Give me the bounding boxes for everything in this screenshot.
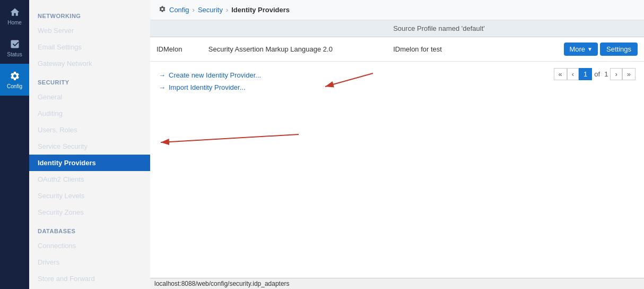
sidebar-item-gateway-network[interactable]: Gateway Network [29,55,150,72]
pagination-prev[interactable]: ‹ [567,68,579,80]
section-networking: NETWORKING [29,5,150,22]
sidebar-item-security-zones[interactable]: Security Zones [29,204,150,220]
sidebar-icon-strip: Home Status Config [0,0,29,289]
arrow-right-icon: → [159,71,166,79]
cell-notes: IDmelon for test [387,37,527,62]
sidebar-item-security-levels[interactable]: Security Levels [29,188,150,204]
sidebar-item-identity-providers[interactable]: Identity Providers [29,155,150,171]
status-url: localhost:8088/web/config/security.idp_a… [154,280,290,287]
sidebar-icon-home[interactable]: Home [0,0,29,32]
chevron-down-icon: ▼ [587,46,593,52]
col-header-desc [202,20,387,37]
col-header-name [150,20,202,37]
content-area: Source Profile named 'default' IDMelon S… [150,20,644,278]
cell-name: IDMelon [150,37,202,62]
sidebar-item-general[interactable]: General [29,89,150,105]
sidebar-nav: NETWORKING Web Server Email Settings Gat… [29,0,150,289]
cell-description: Security Assertion Markup Language 2.0 [202,37,387,62]
pagination-of: of [594,70,600,78]
breadcrumb: Config › Security › Identity Providers [150,0,644,20]
pagination-current: 1 [579,68,592,80]
sidebar-icon-home-label: Home [7,20,22,26]
breadcrumb-sep-2: › [226,6,228,14]
sidebar-icon-config[interactable]: Config [0,64,29,96]
idp-table: Source Profile named 'default' IDMelon S… [150,20,644,62]
status-bar: localhost:8088/web/config/security.idp_a… [150,278,644,289]
import-idp-label: Import Identity Provider... [169,83,246,91]
settings-button[interactable]: Settings [600,42,638,56]
sidebar-item-web-server[interactable]: Web Server [29,22,150,39]
col-header-partial: Source Profile named 'default' [387,20,527,37]
breadcrumb-sep-1: › [193,6,195,14]
idp-table-wrapper: Source Profile named 'default' IDMelon S… [150,20,644,62]
sidebar-item-connections[interactable]: Connections [29,237,150,254]
action-links: → Create new Identity Provider... → Impo… [150,64,269,99]
sidebar-item-store-and-forward[interactable]: Store and Forward [29,270,150,287]
import-idp-link[interactable]: → Import Identity Provider... [159,83,261,91]
gear-icon [159,5,166,14]
more-label: More [569,45,585,53]
sidebar-icon-status[interactable]: Status [0,32,29,64]
create-idp-label: Create new Identity Provider... [169,71,261,79]
sidebar-item-users-roles[interactable]: Users, Roles [29,122,150,138]
breadcrumb-config[interactable]: Config [169,6,189,14]
pagination-last[interactable]: » [622,68,636,80]
breadcrumb-current: Identity Providers [231,6,290,14]
main-content: Config › Security › Identity Providers S… [150,0,644,289]
section-security: SECURITY [29,72,150,89]
sidebar-icon-config-label: Config [7,83,22,89]
more-button[interactable]: More ▼ [564,42,598,56]
pagination-total: 1 [604,70,608,78]
create-idp-link[interactable]: → Create new Identity Provider... [159,71,261,79]
table-row: IDMelon Security Assertion Markup Langua… [150,37,644,62]
sidebar-icon-status-label: Status [7,52,22,57]
col-header-actions [528,20,644,37]
pagination-next[interactable]: › [610,68,622,80]
svg-line-2 [161,134,299,142]
sidebar-item-drivers[interactable]: Drivers [29,254,150,270]
sidebar-item-service-security[interactable]: Service Security [29,138,150,155]
pagination-bar: « ‹ 1 of 1 › » [545,64,644,84]
arrow-right-icon-2: → [159,83,166,91]
pagination-first[interactable]: « [554,68,567,80]
breadcrumb-security[interactable]: Security [198,6,223,14]
sidebar-item-email-settings[interactable]: Email Settings [29,39,150,55]
sidebar-item-auditing[interactable]: Auditing [29,105,150,122]
section-databases: DATABASES [29,220,150,237]
sidebar-item-oauth2-clients[interactable]: OAuth2 Clients [29,171,150,188]
cell-actions: More ▼ Settings [528,37,644,62]
